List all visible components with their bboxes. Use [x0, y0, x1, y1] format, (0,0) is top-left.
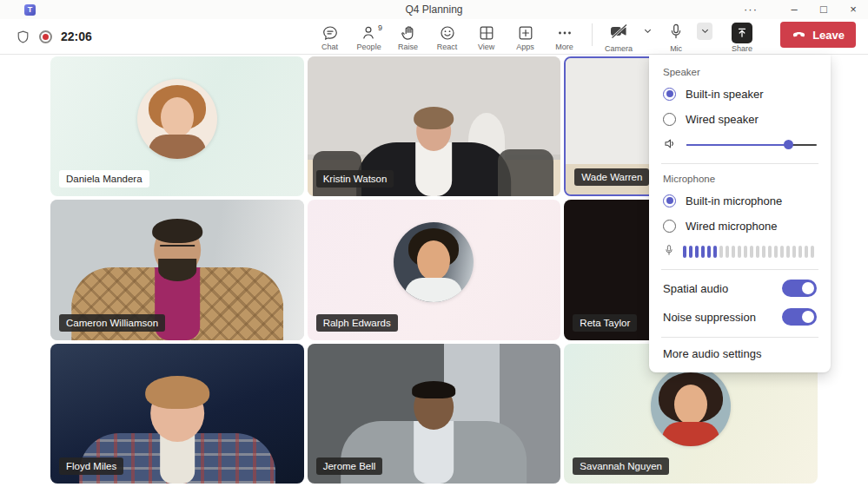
chat-button-label: Chat [321, 43, 338, 51]
menu-divider [661, 337, 818, 338]
mic-option-builtin[interactable]: Built-in microphone [663, 192, 817, 209]
participant-tile-jerome[interactable]: Jerome Bell [308, 344, 561, 484]
avatar-face [417, 240, 450, 280]
volume-slider[interactable] [686, 139, 817, 151]
menu-divider [661, 269, 818, 270]
recording-indicator-icon [39, 30, 52, 43]
mic-level-icon [663, 243, 675, 260]
close-button[interactable]: × [838, 0, 868, 19]
mic-button-label: Mic [670, 44, 682, 53]
view-button-label: View [478, 43, 494, 51]
raise-hand-icon [400, 24, 417, 42]
view-button[interactable]: View [469, 23, 503, 51]
participant-name-label: Floyd Miles [59, 457, 123, 475]
mic-button[interactable]: Mic [657, 21, 695, 53]
mic-chevron-down-icon[interactable] [697, 23, 712, 40]
noise-suppression-label: Noise suppression [663, 311, 756, 324]
people-button-label: People [357, 43, 381, 51]
speaker-option-wired[interactable]: Wired speaker [663, 110, 817, 128]
spatial-audio-label: Spatial audio [663, 282, 728, 295]
avatar-face [161, 97, 194, 137]
maximize-button[interactable]: □ [809, 0, 838, 19]
mic-option-wired[interactable]: Wired microphone [663, 217, 817, 234]
teams-logo-icon: T [24, 4, 36, 16]
mic-option-label: Built-in microphone [686, 194, 782, 207]
view-icon [478, 24, 495, 42]
radio-icon[interactable] [663, 113, 676, 126]
participant-tile-daniela[interactable]: Daniela Mandera [50, 56, 304, 196]
more-button-label: More [555, 43, 573, 51]
avatar-torso [149, 135, 206, 159]
speaker-section-title: Speaker [663, 67, 817, 77]
avatar [137, 79, 217, 159]
spatial-audio-toggle[interactable] [782, 280, 817, 297]
participant-tile-cameron[interactable]: Cameron Williamson [50, 200, 304, 339]
toolbar-separator [592, 23, 593, 46]
camera-chevron-down-icon[interactable] [639, 23, 655, 40]
share-button-label: Share [732, 44, 752, 53]
speaker-option-label: Built-in speaker [686, 88, 764, 101]
mic-icon [667, 23, 685, 43]
apps-button-label: Apps [516, 43, 534, 51]
radio-selected-icon[interactable] [663, 88, 676, 101]
participant-name-label: Reta Taylor [573, 314, 637, 332]
mic-option-label: Wired microphone [686, 220, 778, 233]
chat-icon [321, 24, 339, 42]
share-icon [732, 23, 752, 43]
minimize-button[interactable]: – [779, 0, 809, 19]
people-count-badge: 9 [378, 23, 382, 32]
security-shield-icon[interactable] [16, 30, 30, 44]
raise-hand-button-label: Raise [398, 43, 418, 51]
avatar-torso [405, 278, 462, 302]
radio-selected-icon[interactable] [663, 194, 676, 207]
radio-icon[interactable] [663, 220, 676, 233]
react-button-label: React [437, 43, 458, 51]
meeting-timer: 22:06 [61, 30, 92, 43]
titlebar-more-icon[interactable]: ··· [736, 0, 765, 19]
volume-slider-fill [686, 144, 788, 146]
people-button[interactable]: 9 People [352, 23, 386, 51]
avatar-face [674, 385, 707, 424]
volume-speaker-icon [663, 136, 678, 154]
more-button[interactable]: More [547, 23, 581, 51]
spatial-audio-row: Spatial audio [663, 280, 817, 297]
noise-suppression-toggle[interactable] [782, 308, 817, 326]
volume-slider-thumb[interactable] [784, 140, 793, 149]
noise-suppression-row: Noise suppression [663, 308, 817, 326]
raise-hand-button[interactable]: Raise [391, 23, 425, 51]
participant-tile-kristin[interactable]: Kristin Watson [308, 56, 561, 196]
window-titlebar: T Q4 Planning ··· – □ × [0, 0, 868, 19]
microphone-section-title: Microphone [663, 174, 817, 184]
participant-name-label: Wade Warren [574, 168, 649, 186]
apps-button[interactable]: Apps [508, 23, 542, 51]
participant-name-label: Ralph Edwards [316, 314, 398, 332]
toolbar-actions: Chat 9 People Raise React View [313, 23, 581, 51]
avatar [651, 366, 731, 446]
participant-name-label: Cameron Williamson [59, 314, 165, 332]
people-icon [361, 24, 378, 42]
mic-level-meter [683, 246, 817, 258]
share-button[interactable]: Share [723, 21, 761, 53]
more-audio-settings-link[interactable]: More audio settings [663, 347, 817, 360]
participant-name-label: Kristin Watson [316, 170, 394, 188]
apps-icon [517, 24, 534, 42]
camera-button[interactable]: Camera [600, 21, 638, 53]
more-icon [556, 24, 573, 42]
participant-name-label: Savannah Nguyen [573, 457, 669, 475]
participant-name-label: Daniela Mandera [59, 170, 149, 188]
chat-button[interactable]: Chat [313, 23, 347, 51]
camera-button-label: Camera [605, 44, 633, 53]
avatar-torso [662, 422, 719, 446]
menu-divider [661, 163, 818, 164]
audio-settings-menu: Speaker Built-in speaker Wired speaker M… [649, 55, 831, 372]
leave-button[interactable]: Leave [780, 22, 856, 48]
react-icon [439, 24, 456, 42]
device-controls: Camera Mic Share [600, 21, 761, 53]
camera-off-icon [609, 23, 629, 43]
participant-tile-ralph[interactable]: Ralph Edwards [308, 200, 561, 339]
react-button[interactable]: React [430, 23, 464, 51]
speaker-option-builtin[interactable]: Built-in speaker [663, 85, 817, 102]
participant-name-label: Jerome Bell [316, 457, 383, 475]
participant-tile-floyd[interactable]: Floyd Miles [50, 344, 304, 484]
hangup-phone-icon [792, 28, 806, 43]
